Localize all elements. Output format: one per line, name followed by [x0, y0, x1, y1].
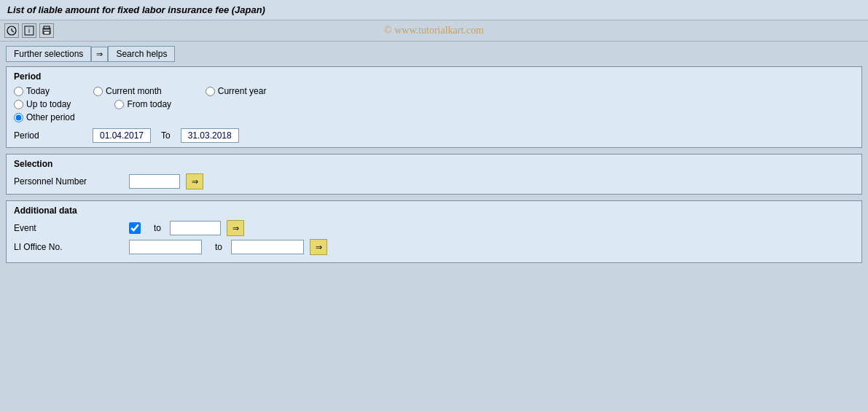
event-checkbox[interactable] — [129, 222, 141, 234]
radio-today-label: Today — [26, 86, 50, 96]
event-label: Event — [14, 223, 123, 233]
radio-row-1: Today Current month Current year — [14, 86, 854, 96]
toolbar: i © www.tutorialkart.com — [0, 20, 868, 42]
selection-section-title: Selection — [14, 159, 854, 169]
personnel-number-arrow-button[interactable]: ⇒ — [186, 173, 203, 189]
period-field-label: Period — [14, 130, 87, 141]
page-title: List of liable amount for fixed labor in… — [7, 4, 265, 15]
li-office-arrow-button[interactable]: ⇒ — [310, 239, 327, 255]
svg-line-2 — [12, 31, 14, 32]
event-arrow-button[interactable]: ⇒ — [227, 220, 244, 236]
print-icon[interactable] — [39, 23, 54, 38]
li-office-to-label: to — [215, 242, 222, 252]
event-row: Event to ⇒ — [14, 220, 854, 236]
radio-up-to-today-label: Up to today — [26, 99, 71, 109]
period-row: Period To — [14, 128, 854, 143]
title-bar: List of liable amount for fixed labor in… — [0, 0, 868, 20]
further-selections-button[interactable]: Further selections — [6, 46, 91, 62]
personnel-number-input[interactable] — [129, 174, 180, 189]
additional-data-section: Additional data Event to ⇒ LI Office No.… — [6, 200, 862, 263]
info-icon[interactable]: i — [22, 23, 36, 38]
radio-other-period[interactable]: Other period — [14, 112, 75, 122]
li-office-from-input[interactable] — [129, 240, 202, 254]
radio-row-3: Other period — [14, 112, 854, 122]
event-to-input[interactable] — [170, 221, 221, 235]
button-bar: Further selections ⇒ Search helps — [6, 46, 862, 62]
li-office-label: LI Office No. — [14, 242, 123, 252]
radio-current-year-label: Current year — [218, 86, 267, 96]
period-to-input[interactable] — [181, 128, 239, 143]
selection-section: Selection Personnel Number ⇒ — [6, 154, 862, 195]
period-from-input[interactable] — [93, 128, 151, 143]
main-content: Further selections ⇒ Search helps Period… — [0, 42, 868, 273]
radio-from-today[interactable]: From today — [114, 99, 171, 109]
period-section-title: Period — [14, 71, 854, 82]
radio-other-period-label: Other period — [26, 112, 75, 122]
period-to-label: To — [161, 130, 171, 141]
svg-text:i: i — [28, 27, 30, 34]
search-helps-button[interactable]: Search helps — [108, 46, 175, 62]
radio-from-today-label: From today — [127, 99, 171, 109]
period-section: Period Today Current month Current year — [6, 66, 862, 148]
personnel-number-label: Personnel Number — [14, 176, 123, 187]
radio-current-month[interactable]: Current month — [93, 86, 162, 96]
event-to-label: to — [154, 223, 161, 233]
additional-data-title: Additional data — [14, 206, 854, 216]
li-office-to-input[interactable] — [231, 240, 304, 254]
radio-group: Today Current month Current year Up to t… — [14, 86, 854, 143]
arrow-button[interactable]: ⇒ — [91, 47, 108, 62]
radio-current-year[interactable]: Current year — [206, 86, 267, 96]
svg-rect-7 — [44, 31, 50, 34]
radio-current-month-label: Current month — [106, 86, 162, 96]
li-office-row: LI Office No. to ⇒ — [14, 239, 854, 255]
radio-row-2: Up to today From today — [14, 99, 854, 109]
watermark: © www.tutorialkart.com — [384, 25, 484, 36]
personnel-number-row: Personnel Number ⇒ — [14, 173, 854, 189]
radio-today[interactable]: Today — [14, 86, 50, 96]
radio-up-to-today[interactable]: Up to today — [14, 99, 71, 109]
clock-icon[interactable] — [4, 23, 19, 38]
